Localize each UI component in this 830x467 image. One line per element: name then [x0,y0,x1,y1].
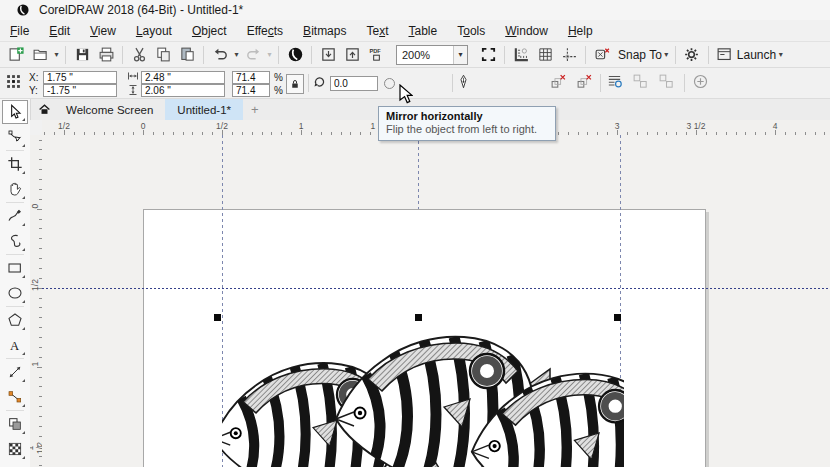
save-button[interactable] [70,44,94,66]
crop-tool[interactable] [3,152,27,176]
menu-object[interactable]: Object [182,22,237,40]
toolbar-separator [122,46,123,64]
x-position-input[interactable] [43,71,117,84]
group-objects-button[interactable] [632,73,649,90]
toolbar-separator [684,74,685,92]
show-rulers-button[interactable] [509,44,533,66]
text-tool[interactable] [3,333,27,357]
new-tab-button[interactable]: + [243,102,267,117]
wrap-text-button[interactable] [606,73,623,90]
unlink-fill-icon[interactable] [550,73,567,90]
show-grid-button[interactable] [533,44,557,66]
degree-symbol-icon [384,78,395,89]
snap-off-button[interactable] [590,44,614,66]
coreldraw-logo-icon [16,3,30,17]
scale-horizontal-input[interactable] [232,71,270,84]
scale-h-percent-label: % [274,72,283,83]
rectangle-tool[interactable] [3,256,27,280]
ellipse-tool[interactable] [3,281,27,305]
freehand-tool[interactable] [3,204,27,228]
connector-tool[interactable] [3,385,27,409]
toolbox-separator [6,254,24,255]
selection-handle-top-left[interactable] [214,314,221,321]
snap-to-label[interactable]: Snap To [618,48,662,62]
open-button[interactable] [28,44,52,66]
zoom-level-value[interactable]: 200% [397,49,453,61]
tab-welcome-screen[interactable]: Welcome Screen [54,99,165,120]
launch-label[interactable]: Launch [737,48,776,62]
cut-button[interactable] [127,44,151,66]
menu-tools[interactable]: Tools [447,22,495,40]
paste-button[interactable] [175,44,199,66]
toolbar-separator [311,46,312,64]
pick-tool[interactable] [2,100,28,124]
menu-bitmaps[interactable]: Bitmaps [293,22,356,40]
home-icon[interactable] [34,99,54,121]
fish-artwork[interactable] [222,319,624,467]
undo-dropdown-arrow[interactable]: ▾ [232,50,241,59]
menu-table[interactable]: Table [399,22,448,40]
horizontal-guideline[interactable] [42,288,830,289]
fill-checker-tool[interactable] [3,437,27,461]
y-position-input[interactable] [43,84,117,97]
show-guidelines-button[interactable] [557,44,581,66]
mouse-cursor-icon [399,84,413,104]
window-title: CorelDRAW 2018 (64-Bit) - Untitled-1* [39,3,243,17]
undo-button[interactable] [208,44,232,66]
launch-dropdown-arrow[interactable]: ▾ [776,50,785,59]
polygon-tool[interactable] [3,308,27,332]
ruler-label: 4 [773,121,778,131]
object-height-input[interactable] [141,84,225,97]
toolbox-separator [6,150,24,151]
search-content-button[interactable] [283,44,307,66]
new-document-button[interactable] [4,44,28,66]
selection-handle-top-right[interactable] [614,314,621,321]
vertical-guideline-center[interactable] [418,135,419,209]
scale-vertical-input[interactable] [232,84,270,97]
shape-tool[interactable] [3,125,27,149]
dimension-tool[interactable] [3,360,27,384]
menu-layout[interactable]: Layout [126,22,182,40]
toolbar-separator [452,74,453,92]
snap-to-dropdown-arrow[interactable]: ▾ [662,50,671,59]
toolbar-separator [600,74,601,92]
print-button[interactable] [94,44,118,66]
add-plus-button[interactable] [692,73,709,90]
toolbar-separator [708,46,709,64]
options-gear-button[interactable] [680,44,704,66]
spiral-tool[interactable] [3,229,27,253]
ungroup-objects-button[interactable] [658,73,675,90]
ruler-label: 3 [615,121,620,131]
menu-window[interactable]: Window [495,22,558,40]
redo-dropdown-arrow[interactable]: ▾ [265,50,274,59]
object-width-input[interactable] [141,71,225,84]
lock-ratio-button[interactable] [286,74,304,94]
menu-effects[interactable]: Effects [237,22,293,40]
tab-untitled-1[interactable]: Untitled-1* [165,99,243,120]
menu-bar: FileEditViewLayoutObjectEffectsBitmapsTe… [0,20,830,42]
menu-text[interactable]: Text [356,22,398,40]
selection-handle-top-center[interactable] [415,314,422,321]
object-height-icon [126,82,139,97]
copy-button[interactable] [151,44,175,66]
ruler-label: 1/2 [216,121,228,131]
shadow-tool[interactable] [3,412,27,436]
launch-icon[interactable] [713,44,737,66]
zoom-level-combo[interactable]: 200% ▾ [396,45,468,65]
menu-edit[interactable]: Edit [39,22,80,40]
import-button[interactable] [316,44,340,66]
unlink-outline-icon[interactable] [576,73,593,90]
hand-tool[interactable] [3,177,27,201]
publish-pdf-button[interactable] [364,44,388,66]
redo-button[interactable] [241,44,265,66]
rotation-angle-input[interactable] [330,76,378,91]
ruler-label: 1/2 [30,135,40,136]
full-screen-preview-button[interactable] [476,44,500,66]
menu-view[interactable]: View [80,22,126,40]
drawing-canvas[interactable] [42,135,830,467]
zoom-dropdown-button[interactable]: ▾ [453,46,467,64]
open-dropdown-arrow[interactable]: ▾ [52,50,61,59]
menu-help[interactable]: Help [558,22,603,40]
menu-file[interactable]: File [0,22,39,40]
export-button[interactable] [340,44,364,66]
